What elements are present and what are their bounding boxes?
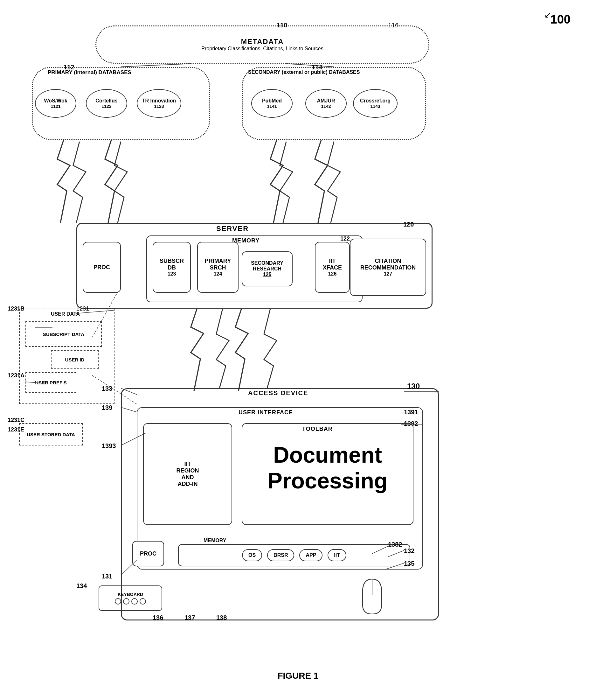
metadata-cloud: METADATA Proprietary Classifications, Ci… bbox=[96, 25, 429, 64]
label-1393: 1393 bbox=[102, 442, 116, 450]
subscript-data-box: SUBSCRIPT DATA bbox=[25, 321, 102, 347]
ui-title: USER INTERFACE bbox=[238, 409, 293, 416]
db-cortellus: Cortellus 1122 bbox=[86, 89, 127, 118]
toolbar-title: TOOLBAR bbox=[302, 426, 333, 432]
label-110: 110 bbox=[277, 22, 287, 29]
db-tr-innovation: TR Innovation 1123 bbox=[137, 89, 181, 118]
label-134: 134 bbox=[76, 582, 87, 590]
db-pubmed: PubMed 1141 bbox=[251, 89, 292, 118]
label-114: 114 bbox=[312, 64, 322, 71]
iit-region-label: IIT REGION AND ADD-IN bbox=[176, 461, 199, 488]
label-1231c: 1231C bbox=[8, 417, 25, 424]
user-prefs-box: USER PREF'S bbox=[25, 372, 76, 393]
mem-brsr: BRSR bbox=[267, 549, 294, 561]
primary-cloud-title: PRIMARY (internal) DATABASES bbox=[48, 69, 131, 76]
label-1231e: 1231E bbox=[8, 426, 24, 433]
access-device-title: ACCESS DEVICE bbox=[248, 390, 308, 397]
mem-iit: IIT bbox=[328, 549, 346, 561]
mouse-shape bbox=[359, 579, 385, 614]
iit-xface: IIT XFACE 126 bbox=[315, 242, 350, 293]
label-1231: 1231 bbox=[76, 305, 89, 312]
keyboard-keys bbox=[115, 598, 146, 604]
label-131: 131 bbox=[102, 573, 112, 580]
label-139: 139 bbox=[102, 404, 112, 411]
svg-line-1 bbox=[286, 64, 334, 67]
primary-srch: PRIMARY SRCH 124 bbox=[197, 242, 238, 293]
label-1231b: 1231B bbox=[8, 305, 25, 312]
citation-recommendation: CITATION RECOMMENDATION 127 bbox=[350, 239, 426, 296]
secondary-cloud-title: SECONDARY (external or public) DATABASES bbox=[248, 69, 360, 75]
proc-server: PROC bbox=[83, 242, 121, 293]
iit-region-box: IIT REGION AND ADD-IN bbox=[143, 423, 232, 525]
user-stored-data-box: USER STORED DATA bbox=[19, 423, 83, 446]
mem-app: APP bbox=[299, 549, 322, 561]
label-133: 133 bbox=[102, 385, 112, 392]
label-1231a: 1231A bbox=[8, 372, 25, 379]
label-120: 120 bbox=[403, 221, 414, 228]
label-135: 135 bbox=[404, 560, 414, 567]
keyboard-box: KEYBOARD bbox=[99, 585, 162, 611]
db-wos: WoS/Wok 1121 bbox=[35, 89, 76, 118]
figure-number: 100 bbox=[550, 13, 571, 26]
label-1382: 1382 bbox=[388, 541, 402, 548]
user-data-label: USER DATA bbox=[51, 311, 80, 317]
server-title: SERVER bbox=[216, 225, 249, 233]
secondary-research: SECONDARY RESEARCH 125 bbox=[242, 251, 292, 286]
doc-processing-text: Document Processing bbox=[248, 442, 407, 494]
memory-bar-title: MEMORY bbox=[204, 538, 226, 544]
keyboard-label: KEYBOARD bbox=[118, 592, 143, 597]
proc-box-bottom: PROC bbox=[132, 541, 164, 566]
user-id-box: USER ID bbox=[51, 350, 99, 369]
svg-line-0 bbox=[121, 64, 191, 67]
mem-os: OS bbox=[242, 549, 262, 561]
metadata-subtitle: Proprietary Classifications, Citations, … bbox=[201, 46, 323, 52]
metadata-title: METADATA bbox=[241, 38, 284, 46]
label-137: 137 bbox=[184, 614, 195, 621]
memory-bar: OS BRSR APP IIT bbox=[178, 544, 410, 566]
label-112: 112 bbox=[63, 64, 74, 71]
label-130: 130 bbox=[407, 382, 420, 391]
label-122: 122 bbox=[340, 235, 350, 242]
subscr-db: SUBSCR DB 123 bbox=[153, 242, 191, 293]
label-136: 136 bbox=[153, 614, 163, 621]
db-amjur: AMJUR 1142 bbox=[305, 89, 347, 118]
label-138: 138 bbox=[216, 614, 227, 621]
figure-caption: FIGURE 1 bbox=[0, 671, 596, 681]
db-crossref: Crossref.org 1143 bbox=[353, 89, 397, 118]
label-132: 132 bbox=[404, 547, 414, 555]
label-116: 116 bbox=[388, 22, 398, 29]
